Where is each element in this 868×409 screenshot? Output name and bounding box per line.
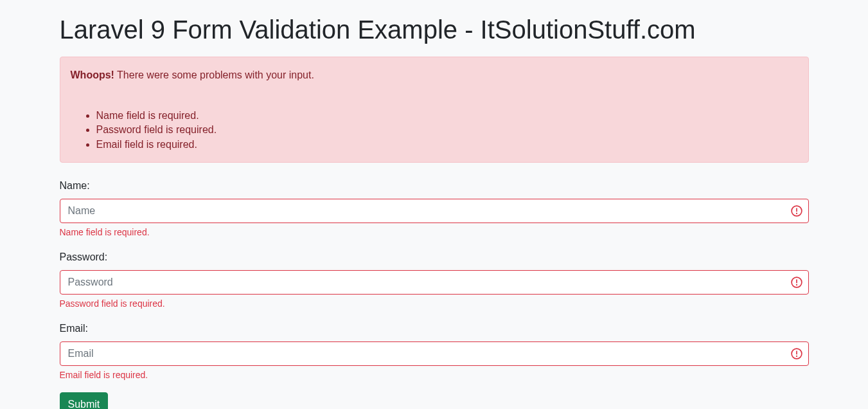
password-input-wrapper	[60, 270, 809, 295]
alert-strong: Whoops!	[71, 69, 114, 80]
name-input-wrapper	[60, 199, 809, 223]
alert-error-item: Password field is required.	[96, 123, 798, 137]
alert-error-list: Name field is required. Password field i…	[71, 109, 798, 152]
email-label: Email:	[60, 321, 809, 336]
submit-button[interactable]: Submit	[60, 392, 109, 409]
name-input[interactable]	[60, 199, 809, 223]
error-alert: Whoops! There were some problems with yo…	[60, 57, 809, 163]
alert-error-item: Email field is required.	[96, 138, 798, 152]
email-input-wrapper	[60, 341, 809, 366]
validation-form: Name: Name field is required. Password:	[60, 178, 809, 409]
submit-group: Submit	[60, 392, 809, 409]
name-error-feedback: Name field is required.	[60, 226, 809, 239]
password-error-feedback: Password field is required.	[60, 297, 809, 311]
alert-error-item: Name field is required.	[96, 109, 798, 123]
email-form-group: Email: Email field is required.	[60, 321, 809, 382]
password-input[interactable]	[60, 270, 809, 295]
password-form-group: Password: Password field is required.	[60, 250, 809, 311]
main-container: Laravel 9 Form Validation Example - ItSo…	[60, 0, 809, 409]
name-label: Name:	[60, 178, 809, 194]
password-label: Password:	[60, 250, 809, 265]
email-error-feedback: Email field is required.	[60, 368, 809, 382]
email-input[interactable]	[60, 341, 809, 366]
page-title: Laravel 9 Form Validation Example - ItSo…	[60, 10, 809, 49]
name-form-group: Name: Name field is required.	[60, 178, 809, 239]
alert-message: There were some problems with your input…	[117, 69, 314, 80]
